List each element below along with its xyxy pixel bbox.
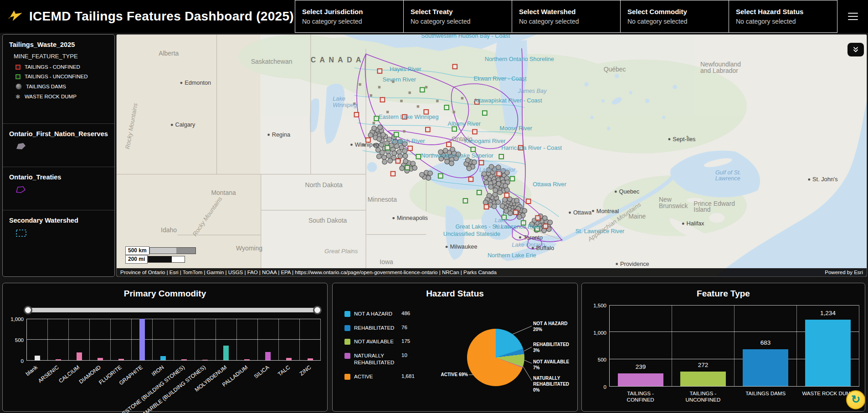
commodity-selector[interactable]: Select Commodity No category selected [620, 0, 729, 33]
tailings-dam-cluster-marker[interactable] [472, 160, 477, 165]
tailings-unconfined-marker[interactable] [438, 174, 443, 178]
tailings-unconfined-marker[interactable] [483, 111, 487, 115]
menu-button[interactable] [844, 7, 862, 26]
tailings-confined-marker[interactable] [452, 64, 457, 69]
reserve-polygon[interactable] [359, 83, 361, 86]
tailings-dam-cluster-marker[interactable] [548, 220, 553, 225]
bar-tailings-unconfined[interactable]: 272 [680, 372, 726, 386]
tailings-confined-marker[interactable] [469, 177, 473, 182]
tailings-unconfined-marker[interactable] [452, 127, 457, 131]
bar-tailings-dams[interactable]: 683 [743, 349, 788, 386]
tailings-unconfined-marker[interactable] [477, 190, 482, 195]
tailings-confined-marker[interactable] [505, 193, 509, 198]
tailings-dam-cluster-marker[interactable] [483, 200, 488, 205]
reserve-polygon[interactable] [408, 92, 411, 94]
bar-marble-building-stones[interactable] [202, 360, 208, 360]
tailings-dam-cluster-marker[interactable] [386, 153, 391, 158]
tailings-dam-cluster-marker[interactable] [467, 166, 472, 171]
tailings-confined-marker[interactable] [484, 204, 489, 209]
tailings-dam-cluster-marker[interactable] [392, 151, 397, 156]
tailings-dam-cluster-marker[interactable] [500, 204, 505, 209]
tailings-confined-marker[interactable] [514, 210, 518, 215]
tailings-confined-marker[interactable] [396, 159, 401, 163]
tailings-confined-marker[interactable] [378, 69, 382, 73]
category-range-slider[interactable] [25, 305, 321, 315]
tailings-confined-marker[interactable] [380, 97, 385, 102]
reserve-polygon[interactable] [400, 100, 402, 102]
tailings-dam-cluster-marker[interactable] [487, 193, 492, 198]
tailings-dam-cluster-marker[interactable] [484, 180, 489, 185]
tailings-dam-cluster-marker[interactable] [380, 133, 385, 138]
bar-fluorite[interactable] [118, 359, 124, 360]
tailings-confined-marker[interactable] [473, 130, 477, 134]
hazard-status-pie[interactable] [467, 329, 524, 386]
tailings-dam-cluster-marker[interactable] [378, 125, 383, 130]
watershed-selector[interactable]: Select Watershed No category selected [512, 0, 621, 33]
bar-waste-rock-dump[interactable]: 1,234 [805, 320, 851, 386]
tailings-dam-cluster-marker[interactable] [508, 211, 513, 216]
slider-handle-right[interactable] [313, 306, 322, 315]
reserve-polygon[interactable] [452, 111, 455, 113]
tailings-confined-marker[interactable] [479, 160, 484, 165]
tailings-unconfined-marker[interactable] [385, 146, 390, 150]
map-canvas[interactable]: Southwestern Hudson Bay - CoastCANADANor… [116, 34, 867, 277]
slider-track[interactable] [25, 308, 321, 312]
tailings-dam-cluster-marker[interactable] [445, 159, 450, 164]
tailings-confined-marker[interactable] [447, 142, 451, 147]
tailings-dam-cluster-marker[interactable] [493, 188, 498, 193]
tailings-dam-cluster-marker[interactable] [403, 159, 408, 164]
tailings-dam-cluster-marker[interactable] [403, 153, 408, 158]
tailings-dam-cluster-marker[interactable] [503, 198, 508, 203]
bar-limestone-building-stones[interactable] [181, 359, 187, 360]
tailings-confined-marker[interactable] [426, 127, 430, 132]
bar-diamond[interactable] [98, 358, 103, 360]
bar-tailings-confined[interactable]: 239 [618, 373, 663, 386]
bar-arsenic[interactable] [56, 359, 61, 360]
refresh-button[interactable]: ↻ [846, 390, 865, 409]
tailings-dam-cluster-marker[interactable] [402, 148, 407, 153]
tailings-unconfined-marker[interactable] [510, 177, 515, 181]
tailings-unconfined-marker[interactable] [405, 165, 410, 170]
tailings-dam-cluster-marker[interactable] [382, 159, 387, 164]
tailings-unconfined-marker[interactable] [499, 154, 503, 159]
tailings-dam-cluster-marker[interactable] [388, 158, 393, 163]
tailings-confined-marker[interactable] [543, 224, 548, 229]
tailings-dam-cluster-marker[interactable] [493, 192, 498, 197]
tailings-dam-cluster-marker[interactable] [496, 199, 501, 204]
tailings-unconfined-marker[interactable] [463, 199, 468, 203]
tailings-dam-cluster-marker[interactable] [449, 161, 454, 166]
tailings-dam-cluster-marker[interactable] [496, 181, 501, 186]
reserve-polygon[interactable] [417, 105, 419, 107]
hazard-status-selector[interactable]: Select Hazard Status No category selecte… [729, 0, 837, 33]
reserve-polygon[interactable] [373, 122, 375, 124]
tailings-dam-cluster-marker[interactable] [382, 155, 387, 160]
tailings-dam-cluster-marker[interactable] [514, 198, 519, 203]
reserve-polygon[interactable] [370, 94, 372, 97]
tailings-dam-cluster-marker[interactable] [379, 143, 384, 148]
tailings-confined-marker[interactable] [408, 146, 412, 151]
tailings-dam-cluster-marker[interactable] [368, 133, 373, 138]
tailings-confined-marker[interactable] [354, 112, 359, 117]
reserve-polygon[interactable] [425, 86, 427, 88]
reserve-polygon[interactable] [403, 130, 405, 133]
tailings-dam-cluster-marker[interactable] [505, 188, 510, 193]
treaty-selector[interactable]: Select Treaty No category selected [403, 0, 512, 33]
tailings-dam-cluster-marker[interactable] [492, 204, 497, 209]
tailings-unconfined-marker[interactable] [394, 133, 399, 137]
bar-molybdenum[interactable] [223, 346, 229, 360]
bar-zinc[interactable] [308, 358, 313, 360]
bar-blank[interactable] [35, 356, 40, 360]
bar-talc[interactable] [286, 358, 292, 360]
reserve-polygon[interactable] [378, 86, 380, 88]
bar-graphite[interactable] [139, 319, 145, 360]
tailings-unconfined-marker[interactable] [471, 147, 476, 152]
tailings-dam-cluster-marker[interactable] [400, 166, 405, 171]
tailings-confined-marker[interactable] [391, 172, 395, 176]
tailings-dam-cluster-marker[interactable] [372, 126, 377, 131]
tailings-dam-cluster-marker[interactable] [420, 172, 425, 177]
tailings-dam-cluster-marker[interactable] [450, 147, 455, 152]
tailings-dam-cluster-marker[interactable] [426, 175, 431, 180]
tailings-unconfined-marker[interactable] [374, 116, 379, 121]
tailings-unconfined-marker[interactable] [416, 154, 421, 159]
tailings-dam-cluster-marker[interactable] [488, 184, 493, 189]
